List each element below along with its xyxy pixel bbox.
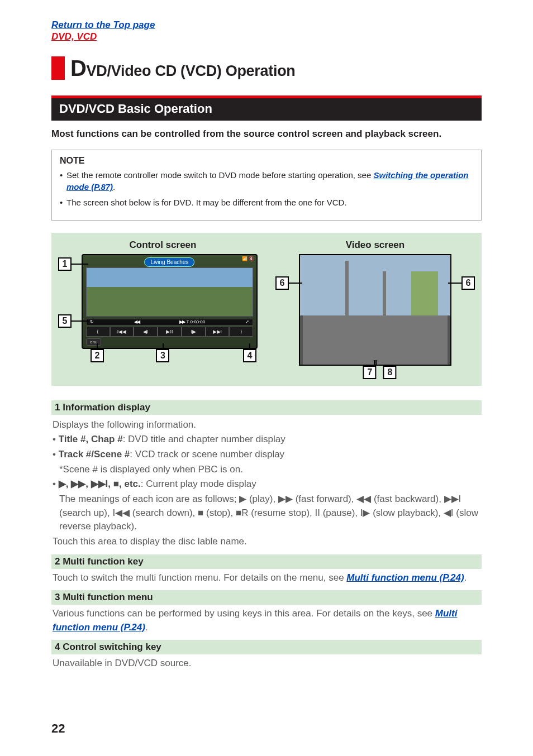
section-link[interactable]: DVD, VCD [51, 31, 97, 42]
expand-icon: ⤢ [245, 319, 249, 324]
desc-body-1: Displays the following information. • Ti… [51, 415, 482, 549]
video-road [300, 315, 450, 365]
desc-body-4: Unavailable in DVD/VCD source. [51, 654, 482, 671]
control-screen[interactable]: Living Beaches 📶 🔇 ↻ ◀◀ ▶▶ T 0:00:00 ⤢ ⟨… [82, 254, 258, 349]
callout-badge-8: 8 [383, 366, 397, 379]
video-screen[interactable] [299, 254, 451, 366]
desc-head-2: 2 Multi function key [51, 554, 482, 569]
title-big-d: D [70, 56, 87, 80]
callout-badge-5: 5 [58, 314, 72, 328]
descriptions: 1 Information display Displays the follo… [51, 400, 482, 671]
screen-titlebar: Living Beaches [145, 257, 195, 267]
page-title: DVD/Video CD (VCD) Operation [51, 56, 482, 80]
rewind-icon: ◀◀ [134, 319, 140, 324]
meter-time: T 0:00:00 [187, 319, 206, 324]
callout-badge-1: 1 [58, 257, 72, 271]
return-top-link[interactable]: Return to the Top page [51, 20, 155, 30]
func-btn[interactable]: I◀◀ [110, 327, 134, 337]
callout-badge-4: 4 [243, 349, 256, 362]
callout-badge-6: 6 [275, 276, 289, 290]
callout-badge-3: 3 [156, 349, 169, 362]
desc-head-1: 1 Information display [51, 400, 482, 415]
screen-photo [86, 267, 253, 317]
callout-badge-6: 6 [461, 276, 475, 290]
callout-line [249, 343, 250, 349]
callout-line [289, 283, 302, 284]
callout-line [97, 343, 98, 349]
screen-statusbar: 📶 🔇 [242, 256, 254, 261]
fast-forward-icon: ▶▶ [179, 319, 185, 324]
callout-line [72, 320, 88, 322]
desc-head-4: 4 Control switching key [51, 640, 482, 654]
callout-line [376, 360, 377, 366]
menu-chip[interactable]: enu [86, 338, 101, 346]
screen-meter: ↻ ◀◀ ▶▶ T 0:00:00 ⤢ [86, 319, 253, 326]
title-rest: VD/Video CD (VCD) Operation [87, 63, 296, 79]
loop-icon: ↻ [90, 319, 94, 324]
desc-head-3: 3 Multi function menu [51, 590, 482, 605]
note-box: NOTE Set the remote controller mode swit… [51, 150, 482, 221]
callout-line [448, 283, 461, 284]
callout-badge-2: 2 [91, 349, 104, 362]
control-screen-caption: Control screen [58, 240, 268, 251]
link-multi-function-menu[interactable]: Multi function menu (P.24) [346, 572, 464, 583]
section-heading: DVD/VCD Basic Operation [51, 95, 482, 121]
figure-area: Control screen 1 5 Living Beaches 📶 🔇 ↻ [51, 233, 482, 386]
video-screen-caption: Video screen [275, 240, 475, 251]
menu-row: enu [86, 338, 253, 347]
page-number: 22 [51, 721, 65, 736]
title-accent [51, 56, 65, 80]
breadcrumb: Return to the Top page DVD, VCD [51, 19, 482, 43]
func-btn[interactable]: ⟨ [86, 327, 110, 337]
func-btn[interactable]: I▶ [182, 327, 206, 337]
intro-text: Most functions can be controlled from th… [51, 128, 482, 140]
function-row: ⟨ I◀◀ ◀I ▶II I▶ ▶▶I ⟩ [86, 327, 253, 337]
video-building [411, 271, 438, 315]
func-btn[interactable]: ◀I [134, 327, 158, 337]
video-pole [345, 261, 349, 315]
desc-body-2: Touch to switch the multi function menu.… [51, 569, 482, 585]
video-pole [383, 271, 386, 315]
desc-body-3: Various functions can be performed by us… [51, 605, 482, 634]
callout-line [163, 343, 164, 349]
callout-line [374, 360, 375, 366]
func-btn[interactable]: ▶▶I [206, 327, 230, 337]
note-item: Set the remote controller mode switch to… [60, 169, 473, 194]
note-heading: NOTE [60, 156, 473, 166]
func-btn[interactable]: ⟩ [229, 327, 253, 337]
note-item: The screen shot below is for DVD. It may… [60, 197, 473, 209]
func-btn[interactable]: ▶II [158, 327, 182, 337]
callout-line [72, 264, 88, 265]
callout-badge-7: 7 [363, 366, 377, 379]
